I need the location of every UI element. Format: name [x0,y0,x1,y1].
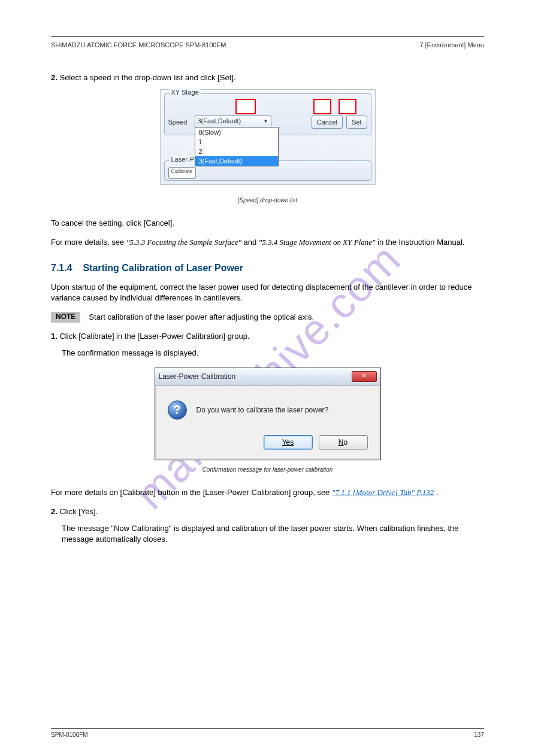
dialog-close-button[interactable]: × [352,371,377,382]
speed-dropdown-list[interactable]: 0(Slow) 1 2 3(Fast,Default) [195,127,279,166]
dialog-yes-button[interactable]: Yes [264,435,313,450]
highlight-box-set [338,99,356,114]
dialog-title: Laser-Power Calibration [159,372,352,381]
paragraph-linkref: For more details on [Calibrate] button i… [51,487,484,498]
linkref-prefix: For more details on [Calibrate] button i… [51,488,332,497]
calibration-dialog: Laser-Power Calibration × ? Do you want … [155,368,381,460]
step-2b-text: Click [Yes]. [59,507,98,516]
dialog-titlebar: Laser-Power Calibration × [155,368,380,386]
crossref-mid: and [244,238,259,247]
section-title: Starting Calibration of Laser Power [83,263,243,273]
section-num: 7.1.4 [51,263,72,273]
crossref-suffix: in the Instruction Manual. [377,238,464,247]
paragraph-cancel: To cancel the setting, click [Cancel]. [51,218,484,229]
dialog-message: Do you want to calibrate the laser power… [197,406,329,414]
xy-stage-screenshot: XY Stage Speed 3(Fast,Default) Cancel Se… [160,89,376,185]
paragraph-crossref: For more details, see "5.3.3 Focusing th… [51,237,484,248]
set-button[interactable]: Set [346,116,367,129]
step-1b: 1. Click [Calibrate] in the [Laser-Power… [51,331,484,342]
step-2-text: Select a speed in the drop-down list and… [59,73,235,82]
step-2b-num: 2. [51,507,58,516]
speed-label: Speed [168,119,191,126]
dialog-no-button[interactable]: No [319,435,368,450]
step-2-num: 2. [51,73,58,82]
cancel-button[interactable]: Cancel [312,116,343,129]
header-chapter: 7 [Environment] Menu [419,41,484,48]
question-icon: ? [168,400,187,420]
highlight-box-dropdown [235,99,256,114]
dialog-body: ? Do you want to calibrate the laser pow… [156,387,379,459]
xy-stage-group: XY Stage Speed 3(Fast,Default) Cancel Se… [164,93,371,135]
footer-model: SPM-8100FM [51,731,88,738]
step-1b-text: Click [Calibrate] in the [Laser-Power Ca… [59,332,249,341]
laser-power-title-partial: Laser-P [170,156,197,163]
crossref-1: "5.3.3 Focusing the Sample Surface" [126,238,241,247]
speed-option-1[interactable]: 1 [195,137,278,147]
section-heading-714: 7.1.4 Starting Calibration of Laser Powe… [51,263,484,274]
crossref-prefix: For more details, see [51,238,126,247]
note-block: NOTE Start calibration of the laser powe… [51,312,484,323]
note-text: Start calibration of the laser power aft… [89,312,314,323]
note-label: NOTE [51,312,80,323]
footer-pagenum: 137 [474,731,484,738]
section-intro: Upon startup of the equipment, correct t… [51,282,484,303]
step-2b: 2. Click [Yes]. [51,506,484,517]
page-footer: SPM-8100FM 137 [51,728,484,738]
linkref-link[interactable]: "7.1.1 [Motor Drive] Tab" P.132 [332,488,434,497]
speed-option-2[interactable]: 2 [195,147,278,156]
calibrate-button-partial[interactable]: Calibrate [168,167,196,179]
header-title: SHIMADZU ATOMIC FORCE MICROSCOPE SPM-810… [51,41,419,48]
crossref-2: "5.3.4 Stage Movement on XY Plane" [259,238,376,247]
xy-stage-group-title: XY Stage [170,89,201,96]
step-2: 2. Select a speed in the drop-down list … [51,72,484,83]
no-label-prefix: N [338,438,344,447]
no-label-rest: o [343,438,347,447]
step-2b-sub: The message "Now Calibrating" is display… [62,523,484,545]
highlight-box-cancel [313,99,331,114]
speed-option-0[interactable]: 0(Slow) [195,127,278,137]
footer-rule [51,728,484,729]
linkref-suffix: . [436,488,439,497]
yes-label: Yes [282,438,294,447]
step-1b-sub: The confirmation message is displayed. [62,348,484,359]
figure-caption-2: Confirmation message for laser-power cal… [51,466,484,473]
header-rule [51,36,484,37]
speed-option-3-selected[interactable]: 3(Fast,Default) [195,156,278,166]
page-header: SHIMADZU ATOMIC FORCE MICROSCOPE SPM-810… [51,41,484,48]
step-1b-num: 1. [51,332,58,341]
figure-caption-1: [Speed] drop-down list [51,197,484,204]
